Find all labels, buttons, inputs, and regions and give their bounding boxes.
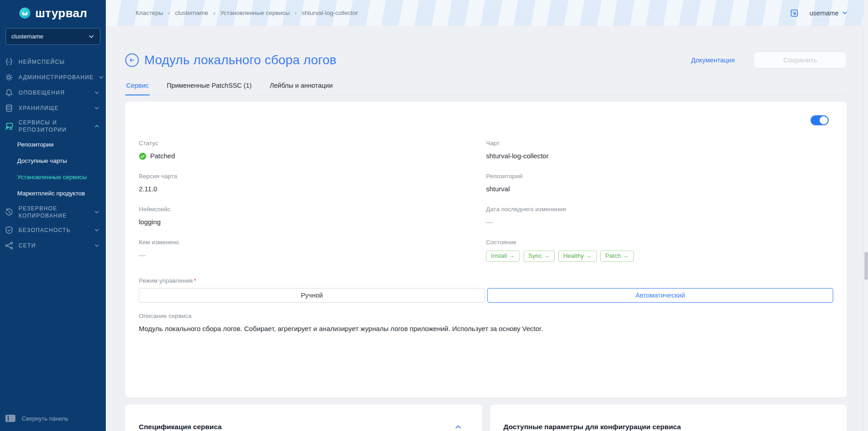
parameters-card: Доступные параметры для конфигурации сер… <box>490 405 847 431</box>
breadcrumb-separator: › <box>295 9 297 16</box>
sidebar-item-services-repositories[interactable]: СЕРВИСЫ И РЕПОЗИТОРИИ <box>0 116 106 137</box>
field-chart: Чарт shturval-log-collector <box>486 140 833 161</box>
sidebar-item-available-charts[interactable]: Доступные чарты <box>0 153 106 169</box>
field-label: Репозиторий <box>486 173 833 180</box>
check-circle-icon <box>139 152 146 160</box>
gear-icon <box>5 73 14 82</box>
sidebar-item-namespaces[interactable]: НЕЙМСПЕЙСЫ <box>0 54 106 70</box>
sidebar-item-alerts[interactable]: ОПОВЕЩЕНИЯ <box>0 85 106 100</box>
field-repository: Репозиторий shturval <box>486 173 833 194</box>
description-label: Описание сервиса <box>139 313 833 320</box>
cluster-select[interactable]: clustername <box>5 28 100 45</box>
breadcrumb-separator: › <box>168 9 170 16</box>
sidebar-item-label: ОПОВЕЩЕНИЯ <box>19 89 65 96</box>
field-chart-version: Версия чарта 2.11.0 <box>139 173 486 194</box>
title-actions: Документация Сохранить <box>691 52 847 68</box>
field-label: Неймспейс <box>139 206 486 213</box>
mode-manual-button[interactable]: Ручной <box>139 288 485 303</box>
tab-applied-patchssc[interactable]: Примененные PatchSSC (1) <box>166 82 253 95</box>
main-area: Кластеры › clustername › Установленные с… <box>106 0 868 431</box>
chevron-down-icon <box>94 105 99 111</box>
braces-icon <box>5 57 14 66</box>
service-fields: Статус Patched Чарт shturval-log-collect… <box>139 140 833 262</box>
field-value: logging <box>139 218 486 227</box>
sidebar-subitem-label: Маркетплейс продуктов <box>17 189 85 198</box>
state-badge-install[interactable]: Install → <box>486 251 520 262</box>
chevron-up-icon <box>94 123 99 129</box>
sidebar-item-label: ХРАНИЛИЩЕ <box>19 104 59 112</box>
field-label: Чарт <box>486 140 833 147</box>
tab-labels-annotations[interactable]: Лейблы и аннотации <box>269 82 334 95</box>
sidebar-nav: НЕЙМСПЕЙСЫ АДМИНИСТРИРОВАНИЕ ОПОВЕЩ <box>0 54 106 253</box>
logout-icon[interactable] <box>790 9 799 18</box>
management-mode-label: Режим управления* <box>139 277 833 284</box>
chevron-down-icon <box>94 243 99 248</box>
sidebar-item-repositories[interactable]: Репозитории <box>0 137 106 153</box>
sidebar-item-security[interactable]: БЕЗОПАСНОСТЬ <box>0 223 106 238</box>
sidebar-subitem-label: Репозитории <box>17 140 53 149</box>
scrollbar-thumb[interactable] <box>864 252 868 280</box>
vertical-scrollbar[interactable] <box>863 0 868 431</box>
chevron-down-icon <box>94 209 99 215</box>
sidebar-item-backup[interactable]: РЕЗЕРВНОЕ КОПИРОВАНИЕ <box>0 202 106 223</box>
breadcrumb-current-page: shturval-log-collector <box>302 9 358 16</box>
tabs: Сервис Примененные PatchSSC (1) Лейблы и… <box>125 82 847 95</box>
user-area: username <box>790 9 848 18</box>
arrow-left-icon <box>128 57 136 64</box>
breadcrumb-clusters[interactable]: Кластеры <box>136 9 163 16</box>
sidebar-subitem-label: Доступные чарты <box>17 156 67 166</box>
sidebar-item-label: РЕЗЕРВНОЕ КОПИРОВАНИЕ <box>19 205 89 219</box>
field-status: Статус Patched <box>139 140 486 161</box>
parameters-title: Доступные параметры для конфигурации сер… <box>504 423 681 431</box>
chevron-up-icon[interactable] <box>455 424 462 431</box>
field-state: Состояние Install → Sync → Healthy → Pat… <box>486 239 833 262</box>
chevron-down-icon <box>88 33 94 40</box>
breadcrumb-separator: › <box>213 9 215 16</box>
sidebar-item-installed-services[interactable]: Установленные сервисы <box>0 169 106 185</box>
state-badges: Install → Sync → Healthy → Patch → <box>486 251 833 262</box>
mode-automatic-button[interactable]: Автоматический <box>487 288 834 303</box>
user-menu[interactable]: username <box>810 9 848 17</box>
breadcrumb-clustername[interactable]: clustername <box>175 9 208 16</box>
sidebar-item-marketplace[interactable]: Маркетплейс продуктов <box>0 185 106 202</box>
title-row: Модуль локального сбора логов Документац… <box>125 52 847 68</box>
documentation-link[interactable]: Документация <box>691 57 735 64</box>
bottom-sections: Спецификация сервиса Доступные параметры… <box>125 405 847 431</box>
sidebar-item-networks[interactable]: СЕТИ <box>0 238 106 253</box>
state-badge-patch[interactable]: Patch → <box>600 251 634 262</box>
sidebar-item-administration[interactable]: АДМИНИСТРИРОВАНИЕ <box>0 70 106 85</box>
chevron-down-icon <box>94 90 99 95</box>
tab-service[interactable]: Сервис <box>125 82 150 95</box>
specification-title: Спецификация сервиса <box>139 423 222 431</box>
parameters-header: Доступные параметры для конфигурации сер… <box>504 423 834 431</box>
cluster-select-value: clustername <box>11 33 43 40</box>
sidebar-item-storage[interactable]: ХРАНИЛИЩЕ <box>0 100 106 116</box>
required-asterisk: * <box>194 277 196 284</box>
management-mode-label-text: Режим управления <box>139 277 193 284</box>
collapse-panel-label: Свернуть панель <box>22 415 68 422</box>
state-badge-sync[interactable]: Sync → <box>524 251 555 262</box>
svg-text:ω: ω <box>22 9 28 17</box>
breadcrumb-installed-services[interactable]: Установленные сервисы <box>220 9 290 16</box>
sidebar-subitem-label: Установленные сервисы <box>17 173 87 182</box>
field-namespace: Неймспейс logging <box>139 206 486 227</box>
status-text: Patched <box>150 152 175 161</box>
management-mode-segmented: Ручной Автоматический <box>139 288 833 303</box>
toggle-knob <box>820 116 828 124</box>
username-label: username <box>810 9 839 17</box>
chevron-down-icon <box>94 227 99 233</box>
field-value: shturval <box>486 185 833 194</box>
back-button[interactable] <box>125 53 139 67</box>
breadcrumb: Кластеры › clustername › Установленные с… <box>136 9 358 16</box>
history-clock-icon <box>5 208 14 217</box>
collapse-panel-button[interactable]: Свернуть панель <box>0 411 106 426</box>
field-value: shturval-log-collector <box>486 152 833 161</box>
service-enabled-toggle[interactable] <box>811 115 829 125</box>
chevron-down-icon <box>99 75 104 80</box>
topbar: Кластеры › clustername › Установленные с… <box>106 0 868 26</box>
sidebar-item-label: СЕРВИСЫ И РЕПОЗИТОРИИ <box>19 119 89 133</box>
field-last-modified: Дата последнего изменения — <box>486 206 833 227</box>
management-mode-block: Режим управления* Ручной Автоматический <box>139 277 833 303</box>
state-badge-healthy[interactable]: Healthy → <box>558 251 597 262</box>
save-button[interactable]: Сохранить <box>754 52 847 68</box>
